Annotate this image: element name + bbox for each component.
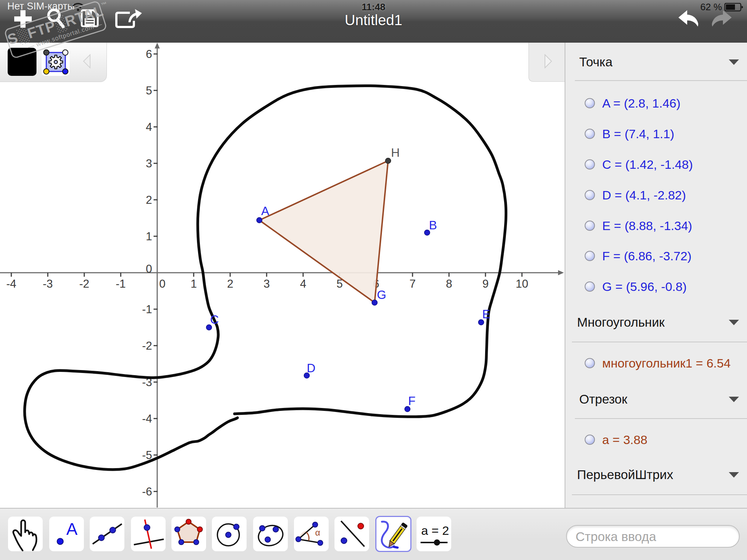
svg-text:-2: -2 bbox=[142, 339, 152, 352]
svg-text:4: 4 bbox=[300, 277, 306, 290]
svg-text:0: 0 bbox=[159, 277, 165, 290]
svg-text:5: 5 bbox=[146, 84, 152, 97]
svg-text:-4: -4 bbox=[6, 277, 16, 290]
svg-text:9: 9 bbox=[482, 277, 488, 290]
svg-text:G: G bbox=[377, 288, 386, 302]
svg-text:4: 4 bbox=[146, 121, 152, 133]
svg-text:H: H bbox=[391, 146, 400, 159]
svg-text:-1: -1 bbox=[116, 277, 126, 290]
svg-text:3: 3 bbox=[146, 157, 152, 170]
svg-text:0: 0 bbox=[146, 262, 152, 275]
svg-text:A: A bbox=[66, 520, 78, 538]
svg-text:C: C bbox=[210, 313, 219, 326]
svg-text:-2: -2 bbox=[79, 277, 89, 290]
svg-text:6: 6 bbox=[146, 48, 152, 61]
svg-text:-1: -1 bbox=[142, 303, 152, 316]
svg-text:F: F bbox=[408, 394, 415, 408]
svg-text:-6: -6 bbox=[142, 485, 152, 498]
svg-text:-4: -4 bbox=[142, 412, 152, 425]
svg-text:A: A bbox=[261, 204, 269, 218]
svg-text:E: E bbox=[482, 307, 490, 321]
svg-text:10: 10 bbox=[516, 277, 528, 290]
svg-text:D: D bbox=[307, 361, 316, 375]
svg-text:7: 7 bbox=[409, 277, 415, 290]
svg-text:a = 2: a = 2 bbox=[421, 524, 449, 537]
svg-text:-3: -3 bbox=[43, 277, 53, 290]
svg-text:2: 2 bbox=[146, 194, 152, 206]
svg-text:1: 1 bbox=[190, 277, 197, 290]
svg-text:8: 8 bbox=[446, 277, 452, 290]
svg-text:α: α bbox=[315, 528, 320, 537]
svg-text:1: 1 bbox=[146, 230, 152, 243]
svg-text:B: B bbox=[429, 218, 437, 232]
svg-text:3: 3 bbox=[263, 277, 270, 290]
svg-text:2: 2 bbox=[227, 277, 233, 290]
